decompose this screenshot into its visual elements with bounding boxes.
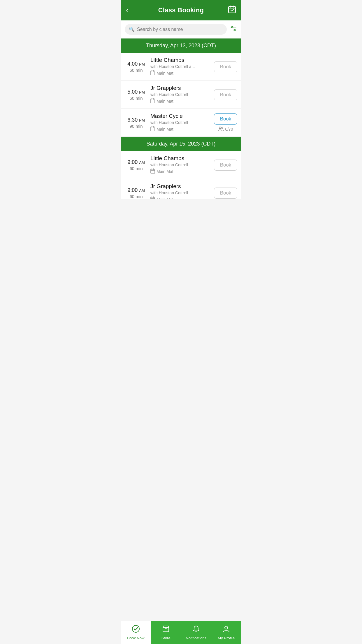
page-title: Class Booking	[158, 6, 204, 14]
location-name: Main Mat	[157, 169, 173, 174]
class-row: 4:00 PM 60 min Little Champs with Housto…	[121, 53, 241, 81]
app-header: ‹ Class Booking	[121, 0, 241, 20]
class-duration: 90 min	[125, 124, 147, 129]
class-time: 6:30 PM	[125, 117, 147, 123]
class-info: Jr Grapplers with Houston Cottrell Main …	[150, 85, 211, 104]
book-column: Book	[214, 61, 237, 72]
class-instructor: with Houston Cottrell	[150, 120, 211, 125]
class-list: Thursday, Apr 13, 2023 (CDT) 4:00 PM 60 …	[121, 38, 241, 199]
class-name: Little Champs	[150, 155, 211, 162]
book-column: Book	[214, 188, 237, 199]
book-button[interactable]: Book	[214, 61, 237, 72]
class-row: 6:30 PM 90 min Master Cycle with Houston…	[121, 109, 241, 137]
class-info: Little Champs with Houston Cottrell a...…	[150, 57, 211, 76]
class-name: Jr Grapplers	[150, 183, 211, 190]
class-time: 4:00 PM	[125, 61, 147, 67]
location-name: Main Mat	[157, 127, 173, 132]
class-duration: 60 min	[125, 68, 147, 73]
book-button[interactable]: Book	[214, 113, 237, 125]
back-button[interactable]: ‹	[126, 6, 136, 15]
svg-point-21	[222, 127, 223, 128]
search-input[interactable]	[137, 27, 223, 32]
class-location: Main Mat	[150, 168, 211, 175]
location-icon	[150, 126, 155, 132]
svg-rect-26	[151, 197, 155, 199]
book-column: Book	[214, 160, 237, 171]
search-input-wrap: 🔍	[125, 24, 227, 35]
class-row: 5:00 PM 60 min Jr Grapplers with Houston…	[121, 81, 241, 109]
class-time: 5:00 PM	[125, 89, 147, 95]
time-ampm: PM	[139, 118, 145, 123]
people-icon	[218, 126, 224, 132]
book-column: Book 0/70	[214, 113, 237, 132]
class-name: Master Cycle	[150, 113, 211, 119]
svg-point-7	[234, 29, 236, 31]
svg-rect-12	[151, 99, 155, 103]
search-icon: 🔍	[129, 27, 135, 32]
class-instructor: with Houston Cottrell a...	[150, 64, 211, 69]
location-icon	[150, 70, 155, 76]
class-instructor: with Houston Cottrell	[150, 92, 211, 97]
location-icon	[150, 196, 155, 199]
svg-rect-22	[151, 169, 155, 173]
location-name: Main Mat	[157, 197, 173, 199]
class-time: 9:00 AM	[125, 187, 147, 193]
time-block: 6:30 PM 90 min	[125, 117, 147, 129]
search-bar: 🔍	[121, 20, 241, 38]
time-block: 5:00 PM 60 min	[125, 89, 147, 101]
time-ampm: PM	[139, 90, 145, 94]
location-icon	[150, 168, 155, 175]
book-button[interactable]: Book	[214, 160, 237, 171]
book-button[interactable]: Book	[214, 89, 237, 100]
date-header-1: Saturday, Apr 15, 2023 (CDT)	[121, 137, 241, 151]
svg-rect-8	[151, 71, 155, 75]
svg-point-6	[232, 26, 233, 28]
time-ampm: AM	[139, 188, 145, 193]
location-name: Main Mat	[157, 99, 173, 104]
time-ampm: AM	[139, 160, 145, 165]
class-instructor: with Houston Cottrell	[150, 190, 211, 195]
class-name: Jr Grapplers	[150, 85, 211, 91]
filter-icon[interactable]	[230, 25, 237, 34]
time-ampm: PM	[139, 62, 145, 66]
class-location: Main Mat	[150, 196, 211, 199]
book-button[interactable]: Book	[214, 188, 237, 199]
class-info: Little Champs with Houston Cottrell Main…	[150, 155, 211, 175]
calendar-icon[interactable]	[226, 5, 236, 15]
class-duration: 60 min	[125, 96, 147, 101]
time-block: 9:00 AM 60 min	[125, 187, 147, 199]
class-instructor: with Houston Cottrell	[150, 162, 211, 167]
capacity-text: 0/70	[225, 127, 233, 132]
location-icon	[150, 98, 155, 104]
book-column: Book	[214, 89, 237, 100]
class-time: 9:00 AM	[125, 159, 147, 165]
capacity-indicator: 0/70	[218, 126, 233, 132]
class-duration: 60 min	[125, 194, 147, 199]
class-name: Little Champs	[150, 57, 211, 63]
svg-rect-0	[229, 6, 236, 13]
class-row: 9:00 AM 60 min Little Champs with Housto…	[121, 151, 241, 179]
location-name: Main Mat	[157, 71, 173, 76]
svg-point-20	[219, 127, 221, 129]
time-block: 4:00 PM 60 min	[125, 61, 147, 73]
class-location: Main Mat	[150, 70, 211, 76]
date-header-0: Thursday, Apr 13, 2023 (CDT)	[121, 38, 241, 53]
class-info: Master Cycle with Houston Cottrell Main …	[150, 113, 211, 132]
class-row: 9:00 AM 60 min Jr Grapplers with Houston…	[121, 179, 241, 199]
class-duration: 60 min	[125, 166, 147, 171]
class-location: Main Mat	[150, 126, 211, 132]
class-location: Main Mat	[150, 98, 211, 104]
class-info: Jr Grapplers with Houston Cottrell Main …	[150, 183, 211, 199]
time-block: 9:00 AM 60 min	[125, 159, 147, 171]
svg-rect-16	[151, 127, 155, 131]
